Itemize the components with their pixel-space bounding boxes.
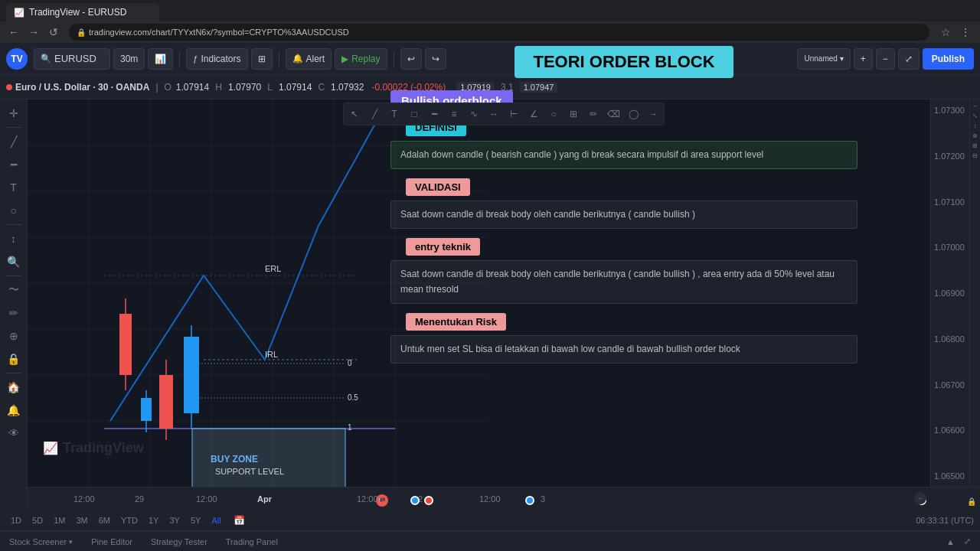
save-label: Unnamed ▾ [804, 54, 843, 63]
browser-chrome: 📈 TradingView - EURUSD ← → ↺ 🔒 tradingvi… [0, 0, 980, 43]
zoom-in-icon: + [861, 54, 866, 64]
save-button[interactable]: Unnamed ▾ [797, 48, 850, 70]
home-tool[interactable]: 🏠 [3, 377, 24, 398]
undo-button[interactable]: ↩ [400, 48, 422, 70]
open-value: 1.07914 [176, 82, 209, 93]
timeline-dot1 [410, 496, 420, 505]
dt-text[interactable]: T [385, 105, 403, 123]
utc-time: 06:33:31 (UTC) [916, 516, 974, 525]
redo-button[interactable]: ↪ [425, 48, 446, 70]
trading-panel-label: Trading Panel [226, 537, 278, 546]
stock-screener-button[interactable]: Stock Screener ▾ [6, 536, 76, 548]
trading-panel-button[interactable]: Trading Panel [223, 536, 281, 548]
replay-icon: ▶ [341, 54, 348, 64]
measure-tool[interactable]: ↕ [3, 228, 24, 249]
dt-brush[interactable]: ✏ [584, 105, 603, 123]
time-zoom-icon[interactable]: ↔ [914, 492, 926, 504]
dt-arrow[interactable]: → [644, 105, 662, 123]
forward-button[interactable]: → [26, 24, 41, 40]
tf-3m[interactable]: 3M [71, 514, 92, 527]
dt-price[interactable]: ≡ [445, 105, 463, 123]
tf-1m[interactable]: 1M [49, 514, 70, 527]
pine-editor-button[interactable]: Pine Editor [88, 536, 136, 548]
dt-rect[interactable]: □ [405, 105, 423, 123]
bottom-right-controls: ▲ ⤢ [943, 535, 974, 548]
magnet-tool[interactable]: ⊕ [3, 325, 24, 347]
eye-tool[interactable]: 👁 [3, 422, 24, 444]
tradingview-watermark: 📈 TradingView [43, 440, 144, 456]
template-button[interactable]: ⊞ [251, 48, 273, 70]
dt-angle[interactable]: ∠ [524, 105, 543, 123]
tf-3y[interactable]: 3Y [165, 514, 184, 527]
zoom-tool[interactable]: 🔍 [3, 251, 24, 272]
tab-label: TradingView - EURUSD [29, 7, 126, 18]
zoom-out-button[interactable]: − [876, 48, 895, 70]
scale-tool4[interactable]: ⊕ [972, 132, 978, 139]
left-toolbar: ✛ ╱ ━ T ○ ↕ 🔍 〜 ✏ ⊕ 🔒 🏠 🔔 👁 [0, 99, 28, 510]
dt-circle[interactable]: ○ [544, 105, 563, 123]
collapse-button[interactable]: ▲ [943, 535, 958, 548]
zoom-in-button[interactable]: + [854, 48, 873, 70]
scale-tool[interactable]: ↔ [972, 103, 978, 109]
tf-6m[interactable]: 6M [94, 514, 115, 527]
brush-tool[interactable]: ✏ [3, 302, 24, 324]
bar-style-button[interactable]: 📊 [148, 48, 173, 70]
symbol-search[interactable]: 🔍 EURUSD [34, 48, 110, 70]
fullscreen-button[interactable]: ⤢ [898, 48, 920, 70]
symbol-name: Euro / U.S. Dollar · 30 · OANDA [15, 82, 149, 93]
timeframe-label: 30m [120, 54, 138, 64]
dt-eraser[interactable]: ⌫ [604, 105, 622, 123]
alert-button[interactable]: 🔔 Alert [286, 48, 332, 70]
scale-tool2[interactable]: ⤡ [972, 112, 978, 119]
wave-tool[interactable]: 〜 [3, 279, 24, 301]
lock-tool[interactable]: 🔒 [3, 348, 24, 370]
crosshair-tool[interactable]: ✛ [3, 103, 24, 124]
timeframe-button[interactable]: 30m [113, 48, 145, 70]
indicators-button[interactable]: ƒ Indicators [186, 48, 247, 70]
refresh-button[interactable]: ↺ [46, 24, 61, 40]
alert-tool[interactable]: 🔔 [3, 399, 24, 421]
settings-icon[interactable]: ⋮ [957, 24, 974, 41]
time-label-1200c: 12:00 [357, 494, 378, 504]
strategy-tester-button[interactable]: Strategy Tester [148, 536, 211, 548]
publish-button[interactable]: Publish [923, 48, 974, 70]
text-tool[interactable]: T [3, 177, 24, 198]
tf-5d[interactable]: 5D [28, 514, 47, 527]
undo-icon: ↩ [407, 54, 415, 64]
svg-rect-19 [119, 314, 132, 375]
expand-button[interactable]: ⤢ [961, 535, 974, 548]
scale-tool6[interactable]: ⊟ [972, 152, 978, 159]
chart-area[interactable]: ERL IRL 0 0.5 1 BUY ZONE SUPPORT LEVEL [28, 99, 980, 487]
replay-button[interactable]: ▶ Replay [335, 48, 387, 70]
tf-1d[interactable]: 1D [6, 514, 26, 527]
tf-calendar[interactable]: 📅 [234, 515, 245, 526]
dt-fib[interactable]: ∿ [465, 105, 483, 123]
scale-tool5[interactable]: ⊞ [972, 142, 978, 149]
dt-path[interactable]: ⊢ [505, 105, 523, 123]
dt-line[interactable]: ╱ [365, 105, 384, 123]
chart-svg: ERL IRL 0 0.5 1 BUY ZONE SUPPORT LEVEL [28, 99, 980, 487]
back-button[interactable]: ← [6, 24, 21, 40]
hline-tool[interactable]: ━ [3, 154, 24, 175]
timeline-dot3 [525, 496, 534, 505]
tf-ytd[interactable]: YTD [116, 514, 142, 527]
lt-sep1 [6, 127, 21, 128]
active-tab[interactable]: 📈 TradingView - EURUSD [6, 3, 159, 21]
search-icon: 🔍 [41, 54, 51, 64]
line-tool[interactable]: ╱ [3, 131, 24, 152]
address-bar[interactable]: 🔒 tradingview.com/chart/TYYxtN6x/?symbol… [69, 24, 929, 41]
tf-1y[interactable]: 1Y [144, 514, 163, 527]
dt-measure[interactable]: ↔ [485, 105, 503, 123]
svg-text:0.5: 0.5 [348, 393, 358, 402]
bookmark-icon[interactable]: ☆ [937, 24, 954, 41]
dt-grid[interactable]: ⊞ [564, 105, 583, 123]
dt-cursor[interactable]: ↖ [345, 105, 364, 123]
scale-lock-icon[interactable]: 🔒 [966, 496, 977, 507]
dt-hline[interactable]: ━ [425, 105, 443, 123]
tf-5y[interactable]: 5Y [186, 514, 205, 527]
shape-tool[interactable]: ○ [3, 200, 24, 221]
svg-text:BUY ZONE: BUY ZONE [211, 454, 258, 465]
dt-ellipse[interactable]: ◯ [624, 105, 642, 123]
scale-tool3[interactable]: ↕ [974, 122, 977, 129]
tf-all[interactable]: All [207, 514, 225, 527]
